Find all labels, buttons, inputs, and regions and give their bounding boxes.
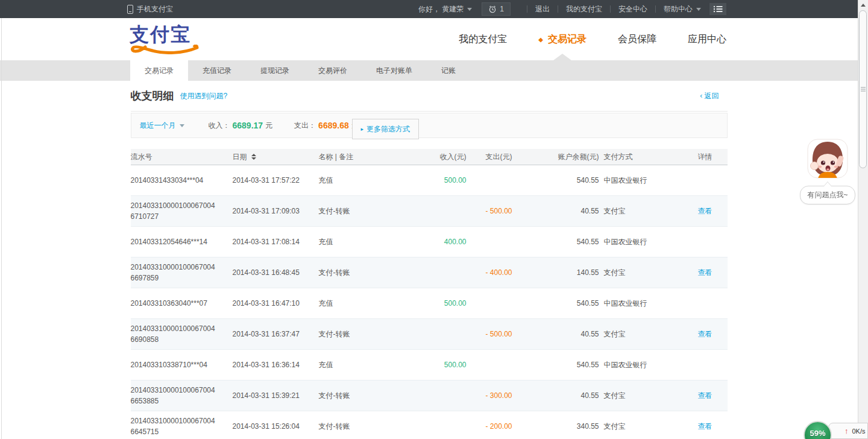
help-link[interactable]: 使用遇到问题? <box>180 91 228 101</box>
subtab-充值记录[interactable]: 充值记录 <box>188 60 246 81</box>
topbar-link-label: 帮助中心 <box>664 4 693 14</box>
nav-item-label: 我的支付宝 <box>459 33 507 46</box>
topbar-separator <box>610 5 611 13</box>
view-detail-link[interactable]: 查看 <box>698 330 712 338</box>
assistant-bubble[interactable]: 有问题点我~ <box>800 186 855 204</box>
col-expense: 支出(元) <box>467 152 512 162</box>
cell-serial: 2014033100001000670046645715 <box>131 415 233 437</box>
scrollbar-thumb[interactable] <box>859 10 867 168</box>
topbar-separator <box>527 5 527 13</box>
cell-balance: 540.55 <box>512 176 599 185</box>
expense-value: - 400.00 <box>485 268 512 277</box>
nav-item-应用中心[interactable]: 应用中心 <box>688 18 726 60</box>
cell-detail: 查看 <box>697 206 728 216</box>
view-detail-link[interactable]: 查看 <box>698 391 712 400</box>
network-status-tab: ↑ 0K/s <box>828 423 868 439</box>
expense-label: 支出： <box>294 121 316 131</box>
site-menu-button[interactable] <box>709 3 726 15</box>
cell-expense: - 500.00 <box>467 330 512 338</box>
cell-name: 充值 <box>319 298 409 309</box>
topbar-link-1[interactable]: 退出 <box>535 4 550 14</box>
table-row: 201403310363040***072014-03-31 16:47:10充… <box>131 288 728 319</box>
scroll-up-icon <box>861 4 866 7</box>
cell-method: 支付宝 <box>599 268 697 278</box>
cell-detail: 查看 <box>697 391 728 401</box>
cell-balance: 540.55 <box>512 299 599 308</box>
date-range-select[interactable]: 最近一个月 <box>140 121 184 131</box>
income-value: 500.00 <box>444 176 467 185</box>
cell-serial: 201403310363040***07 <box>131 298 233 309</box>
cell-name: 充值 <box>319 237 409 247</box>
subtab-电子对账单[interactable]: 电子对账单 <box>362 60 427 81</box>
caret-down-icon <box>180 124 184 127</box>
subtab-记账[interactable]: 记账 <box>427 60 470 81</box>
assistant-avatar[interactable] <box>807 139 848 178</box>
cell-expense: - 500.00 <box>467 207 512 215</box>
alarm-icon <box>488 5 497 13</box>
topbar-link-2[interactable]: 我的支付宝 <box>566 4 602 14</box>
view-detail-link[interactable]: 查看 <box>698 268 712 277</box>
subtab-交易记录[interactable]: 交易记录 <box>130 60 188 81</box>
topbar-link-3[interactable]: 安全中心 <box>618 4 647 14</box>
view-detail-link[interactable]: 查看 <box>698 207 712 215</box>
main-nav: 我的支付宝◆交易记录会员保障应用中心 <box>459 18 726 60</box>
table-row: 20140331000010006700466978592014-03-31 1… <box>131 257 728 288</box>
more-filters-button[interactable]: ▸ 更多筛选方式 <box>352 119 420 139</box>
expense-value: - 500.00 <box>485 330 512 338</box>
income-value: 400.00 <box>444 238 467 246</box>
nav-item-label: 交易记录 <box>548 33 587 46</box>
cell-balance: 40.55 <box>512 391 599 400</box>
sort-icon[interactable] <box>251 154 256 160</box>
notification-count: 1 <box>500 5 504 13</box>
subtab-提现记录[interactable]: 提现记录 <box>246 60 304 81</box>
cell-expense: - 400.00 <box>467 268 512 277</box>
scrollbar-grip-icon <box>861 86 866 93</box>
topbar-link-4[interactable]: 帮助中心 <box>664 4 701 14</box>
cell-balance: 40.55 <box>512 207 599 215</box>
expense-value: - 300.00 <box>485 391 512 400</box>
user-greeting-menu[interactable]: 你好， 黄建荣 <box>418 4 472 14</box>
cell-date: 2014-03-31 17:08:14 <box>233 238 319 246</box>
back-link[interactable]: ‹返回 <box>700 91 719 101</box>
progress-badge[interactable]: 59% <box>804 421 832 439</box>
arrow-right-icon: ▸ <box>361 126 364 132</box>
col-income: 收入(元) <box>409 152 467 162</box>
cell-date: 2014-03-31 17:09:03 <box>233 207 319 215</box>
col-serial: 流水号 <box>131 151 233 162</box>
progress-percent: 59% <box>805 429 831 438</box>
view-detail-link[interactable]: 查看 <box>698 422 712 431</box>
topbar-app-label: 手机支付宝 <box>137 4 173 14</box>
topbar-link-label: 安全中心 <box>618 4 647 14</box>
subtab-交易评价[interactable]: 交易评价 <box>304 60 362 81</box>
vertical-scrollbar[interactable] <box>858 0 868 439</box>
page: 手机支付宝 你好， 黄建荣 1 退出我的支付宝安全中心帮助中心 <box>0 0 858 439</box>
cell-name: 支付-转账 <box>319 206 409 216</box>
income-value: 500.00 <box>444 361 467 369</box>
cell-income: 400.00 <box>409 238 467 246</box>
cell-income: 500.00 <box>409 361 467 369</box>
income-value: 500.00 <box>444 299 467 308</box>
scroll-up-button[interactable] <box>858 0 868 10</box>
title-row: 收支明细 使用遇到问题? ‹返回 <box>131 81 728 112</box>
alipay-logo[interactable]: 支付宝 <box>130 24 202 57</box>
phone-icon <box>127 5 133 14</box>
cell-income: 500.00 <box>409 176 467 185</box>
cell-date: 2014-03-31 16:37:47 <box>233 330 319 338</box>
cell-name: 支付-转账 <box>319 329 409 340</box>
cell-date: 2014-03-31 17:57:22 <box>233 176 319 185</box>
cell-income: 500.00 <box>409 299 467 308</box>
notification-button[interactable]: 1 <box>482 2 511 16</box>
nav-item-交易记录[interactable]: ◆交易记录 <box>538 18 587 60</box>
upload-arrow-icon: ↑ <box>844 426 849 435</box>
cell-method: 支付宝 <box>599 422 697 432</box>
nav-item-会员保障[interactable]: 会员保障 <box>618 18 656 60</box>
col-date[interactable]: 日期 <box>233 152 319 162</box>
content: 收支明细 使用遇到问题? ‹返回 最近一个月 收入： 6689.17 元 支出：… <box>131 81 728 439</box>
expense-total: 6689.68 <box>318 121 349 130</box>
site-header: 支付宝 我的支付宝◆交易记录会员保障应用中心 <box>0 18 858 60</box>
table-row: 20140331000010006700467107272014-03-31 1… <box>131 196 728 227</box>
topbar-separator <box>655 5 656 13</box>
col-name: 名称 | 备注 <box>319 152 409 162</box>
nav-item-我的支付宝[interactable]: 我的支付宝 <box>459 18 507 60</box>
diamond-icon: ◆ <box>538 36 543 43</box>
